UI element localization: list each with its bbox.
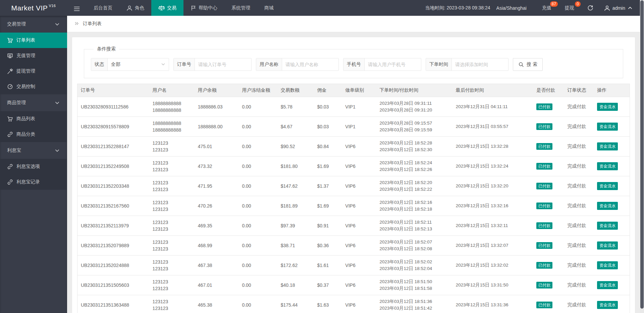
sidebar-item-1-2[interactable]: 充值管理 xyxy=(0,48,67,63)
sidebar-item-1-3[interactable]: 提现管理 xyxy=(0,63,67,79)
page-scrollbar[interactable] xyxy=(640,0,644,313)
search-icon xyxy=(518,62,524,68)
username-line: 18888888888 xyxy=(153,127,191,133)
fund-flow-button[interactable]: 资金流水 xyxy=(597,202,618,210)
withdraw-link[interactable]: 提现 0 xyxy=(558,0,581,16)
fund-flow-button[interactable]: 资金流水 xyxy=(597,162,618,170)
cell-last-pay-time: 2023年12月15日 13:32:20 xyxy=(452,176,533,196)
sidebar-group-2[interactable]: 商品管理 xyxy=(0,94,67,111)
time-line: 2023年03月12日 18:52:16 xyxy=(379,199,449,206)
fund-flow-button[interactable]: 资金流水 xyxy=(597,182,618,190)
paid-badge: 已付款 xyxy=(536,222,552,229)
cell-actions: 资金流水 xyxy=(594,236,630,256)
cell-order-no: UB2303121352203348 xyxy=(77,176,149,196)
cell-order-times: 2023年03月12日 18:52:202023年03月12日 18:52:22 xyxy=(376,176,452,196)
username-line: 123123 xyxy=(153,160,191,166)
search-field-label: 用户名称 xyxy=(256,58,282,71)
orders-table: 订单号用户名用户余额用户冻结金额交易数额佣金做单级别下单时间/付款时间最后付款时… xyxy=(77,84,630,313)
top-header: Market VIPV16 后台首页角色交易帮助中心系统管理商城 当地时间: 2… xyxy=(0,0,640,16)
cell-commission: $1.37 xyxy=(314,176,342,196)
sidebar-item-2-2[interactable]: 商品分类 xyxy=(0,127,67,142)
fund-flow-button[interactable]: 资金流水 xyxy=(597,301,618,309)
cell-order-times: 2023年03月12日 18:52:162023年03月12日 18:52:18 xyxy=(376,196,452,216)
sidebar-item-3-1[interactable]: 利息宝选项 xyxy=(0,159,67,174)
cell-last-pay-time: 2023年12月15日 13:32:07 xyxy=(452,236,533,256)
table-row: UB2303121351505603123123123123467.010.00… xyxy=(77,275,630,295)
search-field-group-4: 下单时间 xyxy=(426,58,508,71)
recharge-link[interactable]: 充值 87 xyxy=(535,0,558,16)
time-line: 2023年03月12日 18:52:22 xyxy=(379,186,449,193)
time-line: 2023年03月12日 18:52:26 xyxy=(379,166,449,173)
top-nav-item-label: 系统管理 xyxy=(231,5,250,11)
sidebar-item-1-4[interactable]: 交易控制 xyxy=(0,79,67,94)
cell-paid: 已付款 xyxy=(533,117,564,137)
cell-last-pay-time: 2023年12月15日 13:32:24 xyxy=(452,156,533,176)
recharge-badge: 87 xyxy=(550,1,558,7)
fund-flow-button[interactable]: 资金流水 xyxy=(597,103,618,111)
paid-badge: 已付款 xyxy=(536,103,552,110)
search-field-input-2[interactable] xyxy=(282,58,338,71)
sidebar-item-label: 交易控制 xyxy=(16,84,35,90)
chevron-down-icon xyxy=(55,100,60,105)
sidebar-item-1-1[interactable]: 订单列表 xyxy=(0,33,67,48)
scrollbar-thumb[interactable] xyxy=(640,0,644,309)
cell-actions: 资金流水 xyxy=(594,176,630,196)
sidebar-item-2-1[interactable]: 商品列表 xyxy=(0,111,67,127)
search-field-input-4[interactable] xyxy=(452,58,508,71)
column-header-12: 操作 xyxy=(594,84,630,97)
search-field-input-1[interactable] xyxy=(195,58,251,71)
fund-flow-button[interactable]: 资金流水 xyxy=(597,142,618,150)
status-filter-label: 状态 xyxy=(91,58,108,71)
top-nav-item-1[interactable]: 后台首页 xyxy=(87,0,119,16)
top-nav-item-5[interactable]: 系统管理 xyxy=(224,0,257,16)
cell-order-no: UB2303121352113979 xyxy=(77,216,149,236)
fund-flow-button[interactable]: 资金流水 xyxy=(597,261,618,269)
app-logo-text: Market VIP xyxy=(11,4,48,12)
paid-badge: 已付款 xyxy=(536,143,552,150)
cell-last-pay-time: 2023年12月31日 04:11:11 xyxy=(452,97,533,117)
cell-frozen: 0.00 xyxy=(238,196,277,216)
sidebar: 交易管理订单列表充值管理提现管理交易控制商品管理商品列表商品分类利息宝利息宝选项… xyxy=(0,16,67,313)
table-row: UB23032809311125861888888888818888888888… xyxy=(77,97,630,117)
search-field-group-3: 手机号 xyxy=(343,58,421,71)
cell-paid: 已付款 xyxy=(533,137,564,156)
sidebar-group-1[interactable]: 交易管理 xyxy=(0,16,67,33)
top-nav-item-3[interactable]: 交易 xyxy=(151,0,183,16)
fund-flow-button[interactable]: 资金流水 xyxy=(597,222,618,230)
cell-commission: $0.36 xyxy=(314,236,342,256)
cell-paid: 已付款 xyxy=(533,295,564,313)
sidebar-group-3[interactable]: 利息宝 xyxy=(0,142,67,159)
top-nav-item-6[interactable]: 商城 xyxy=(257,0,281,16)
paid-badge: 已付款 xyxy=(536,262,552,269)
user-menu[interactable]: admin xyxy=(599,0,640,16)
cell-last-pay-time: 2023年12月15日 13:32:16 xyxy=(452,196,533,216)
cell-level: VIP6 xyxy=(342,275,376,295)
fund-flow-button[interactable]: 资金流水 xyxy=(597,281,618,289)
hamburger-menu-button[interactable] xyxy=(67,0,87,16)
column-header-1: 订单号 xyxy=(77,84,149,97)
status-select[interactable]: 全部 xyxy=(108,58,169,71)
time-line: 2023年12月15日 13:32:20 xyxy=(456,183,530,189)
refresh-button[interactable] xyxy=(581,0,599,16)
fund-flow-button[interactable]: 资金流水 xyxy=(597,123,618,131)
search-field-input-3[interactable] xyxy=(365,58,421,71)
table-row: UB2303121352167560123123123123470.260.00… xyxy=(77,196,630,216)
cell-order-no: UB2303121351363488 xyxy=(77,295,149,313)
top-nav-item-label: 帮助中心 xyxy=(199,5,217,11)
search-button[interactable]: 搜 索 xyxy=(513,58,543,71)
cell-order-status: 完成付款 xyxy=(564,196,594,216)
cell-actions: 资金流水 xyxy=(594,216,630,236)
link-icon xyxy=(7,131,13,137)
cart-icon xyxy=(7,116,13,122)
username-line: 18888888888 xyxy=(153,100,191,107)
link-icon xyxy=(7,164,13,170)
gauge-icon xyxy=(7,84,13,90)
cell-balance: 468.99 xyxy=(195,236,239,256)
fund-flow-button[interactable]: 资金流水 xyxy=(597,241,618,250)
cell-last-pay-time: 2023年12月15日 13:31:50 xyxy=(452,275,533,295)
cell-balance: 1888886.03 xyxy=(195,97,239,117)
top-nav-item-label: 后台首页 xyxy=(94,5,112,11)
top-nav-item-2[interactable]: 角色 xyxy=(119,0,151,16)
top-nav-item-4[interactable]: 帮助中心 xyxy=(183,0,224,16)
sidebar-item-3-2[interactable]: 利息宝记录 xyxy=(0,174,67,190)
